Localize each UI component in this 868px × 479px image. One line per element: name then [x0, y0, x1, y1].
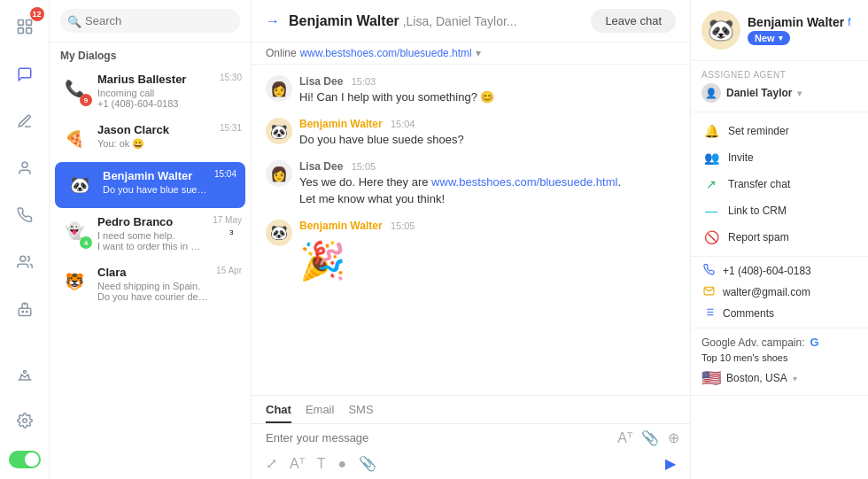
svg-rect-1	[26, 20, 31, 26]
location-row[interactable]: 🇺🇸 Boston, USA ▾	[701, 368, 857, 388]
link-to-crm-button[interactable]: — Link to CRM	[691, 197, 868, 224]
msg-bubble: 🎉	[299, 236, 415, 288]
tab-sms[interactable]: SMS	[348, 403, 373, 423]
forward-icon: →	[266, 13, 280, 29]
settings-nav-icon[interactable]	[9, 405, 41, 437]
smile-icon[interactable]: ●	[337, 456, 346, 472]
msg-time: 15:04	[391, 119, 415, 129]
chat-tabs: Chat Email SMS	[252, 396, 690, 424]
leave-chat-button[interactable]: Leave chat	[591, 9, 676, 33]
search-icon: 🔍	[67, 14, 81, 27]
send-button[interactable]: ▶	[665, 455, 676, 472]
search-input[interactable]	[60, 9, 240, 33]
target-icon[interactable]: ⊕	[668, 429, 679, 446]
expand-icon[interactable]: ⤢	[266, 455, 277, 472]
phone-row: +1 (408)-604-0183	[701, 264, 857, 278]
dialog-time: 15:31	[220, 123, 242, 133]
dialog-time: 15:04	[214, 169, 236, 179]
crown-nav-icon[interactable]	[9, 359, 41, 390]
chevron-down-icon: ▾	[793, 374, 797, 383]
dialog-name: Benjamin Walter	[103, 169, 207, 182]
svg-point-5	[19, 256, 25, 261]
assigned-section: Assigned agent 👤 Daniel Taylor ▾	[691, 61, 868, 112]
message-input[interactable]	[266, 431, 603, 444]
chevron-down-icon: ▾	[797, 89, 802, 98]
dialog-name: Pedro Branco	[97, 215, 205, 228]
bot-nav-icon[interactable]	[9, 294, 41, 323]
text-format-icon[interactable]: T	[317, 456, 326, 472]
comments-label: Comments	[723, 307, 774, 320]
action-label: Invite	[728, 151, 754, 164]
dialog-preview: Incoming call+1 (408)-604-0183	[97, 88, 213, 109]
dialogs-label: My Dialogs	[50, 42, 251, 66]
list-item[interactable]: 👻 4 Pedro Branco I need some help.I want…	[50, 208, 251, 259]
avatar: 🍕	[58, 123, 90, 155]
chat-subheader: Online www.bestshoes.com/bluesuede.html …	[252, 42, 690, 65]
dialog-time: 15 Apr	[216, 266, 242, 275]
product-link[interactable]: www.bestshoes.com/bluesuede.html	[431, 175, 617, 189]
avatar: 📞 9	[58, 73, 90, 104]
tab-email[interactable]: Email	[306, 403, 335, 423]
font-size-icon[interactable]: Aᵀ	[617, 429, 632, 446]
assigned-label: Assigned agent	[701, 70, 857, 80]
online-status: Online	[266, 47, 297, 59]
phone-nav-icon[interactable]	[9, 200, 41, 229]
comments-row: Comments	[701, 306, 857, 321]
unread-badge: 4	[80, 236, 92, 249]
chat-title: Benjamin Walter ,Lisa, Daniel Taylor...	[289, 13, 517, 29]
set-reminder-button[interactable]: 🔔 Set reminder	[691, 118, 868, 144]
message-row: 👩 Lisa Dee 15:03 Hi! Can I help with you…	[266, 75, 676, 105]
edit-nav-icon[interactable]	[9, 107, 41, 136]
svg-rect-3	[26, 28, 31, 34]
msg-sender: Lisa Dee 15:03	[299, 75, 495, 88]
svg-point-9	[23, 370, 26, 373]
dialogs-panel: 🔍 My Dialogs 📞 9 Marius Ballester Incomi…	[50, 0, 252, 479]
message-row: 👩 Lisa Dee 15:05 Yes we do. Here they ar…	[266, 160, 676, 206]
dialog-preview: I need some help.I want to order this in…	[97, 230, 205, 251]
contact-avatar: 🐼	[701, 11, 740, 50]
contact-status-badge[interactable]: New ▾	[748, 31, 790, 45]
contacts-nav-icon[interactable]	[9, 154, 41, 183]
msg-time: 15:05	[391, 220, 415, 231]
msg-bubble: Hi! Can I help with you something? 😊	[299, 89, 495, 105]
flag-icon: 🇺🇸	[701, 368, 721, 388]
contact-name: Benjamin Walter	[748, 15, 844, 29]
svg-rect-0	[18, 20, 23, 26]
google-value: Top 10 men's shoes	[701, 352, 857, 363]
chat-nav-icon[interactable]	[9, 60, 41, 89]
invite-icon: 👥	[703, 151, 719, 165]
google-label: Google Adv. campain:	[701, 336, 805, 349]
clip-icon[interactable]: 📎	[359, 455, 376, 472]
dialog-name: Marius Ballester	[97, 73, 213, 86]
extra-info: Google Adv. campain: G Top 10 men's shoe…	[691, 328, 868, 396]
groups-nav-icon[interactable]	[9, 247, 41, 276]
msg-time: 15:03	[352, 76, 376, 87]
notifications-icon[interactable]: 12	[9, 11, 41, 42]
chat-url-link[interactable]: www.bestshoes.com/bluesuede.html	[300, 47, 472, 59]
list-item[interactable]: 🐯 Clara Need shipping in Spain.Do you ha…	[50, 259, 251, 309]
avatar: 🐯	[58, 266, 90, 297]
link-icon: —	[703, 204, 719, 218]
phone-value: +1 (408)-604-0183	[723, 265, 811, 277]
msg-time: 15:05	[352, 161, 376, 172]
list-item[interactable]: 🐼 Benjamin Walter Do you have blue suede…	[55, 162, 245, 208]
report-spam-button[interactable]: 🚫 Report spam	[691, 224, 868, 251]
transfer-chat-button[interactable]: ↗ Transfer chat	[691, 171, 868, 197]
avatar: 👩	[266, 160, 292, 187]
attach-icon[interactable]: 📎	[641, 429, 659, 446]
tab-chat[interactable]: Chat	[266, 403, 291, 423]
msg-sender: Benjamin Walter 15:04	[299, 118, 464, 130]
bell-icon: 🔔	[703, 124, 719, 138]
list-item[interactable]: 📞 9 Marius Ballester Incoming call+1 (40…	[50, 66, 251, 116]
chat-input-row	[252, 424, 617, 452]
svg-rect-2	[18, 28, 23, 34]
assigned-agent[interactable]: 👤 Daniel Taylor ▾	[701, 83, 857, 103]
list-item[interactable]: 🍕 Jason Clarck You: ok 😀 15:31	[50, 116, 251, 162]
transfer-icon: ↗	[703, 177, 719, 191]
right-toolbar: Aᵀ 📎 ⊕	[617, 429, 690, 446]
invite-button[interactable]: 👥 Invite	[691, 144, 868, 171]
avatar: 👩	[266, 75, 292, 102]
translate-icon[interactable]: Aᵀ	[290, 455, 305, 472]
comments-icon	[701, 306, 716, 321]
status-toggle[interactable]	[9, 451, 41, 468]
